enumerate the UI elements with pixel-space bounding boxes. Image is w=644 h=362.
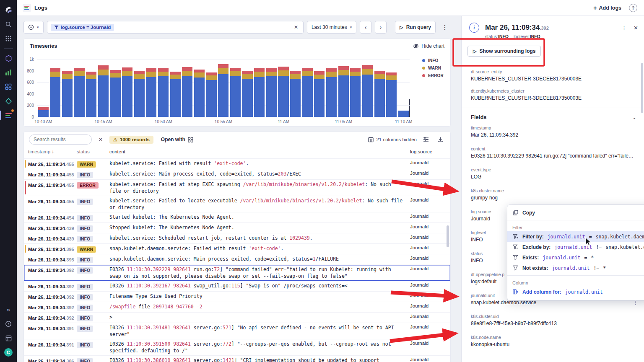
table-row[interactable]: Mar 26, 11:09:34.455ERRORkubelet.service… [24,180,450,196]
chart-bar[interactable] [194,70,205,117]
clear-search-icon[interactable]: ✕ [96,135,105,144]
table-row[interactable]: Mar 26, 11:09:34.392INFO/swapfile file 2… [24,302,450,313]
menu-item[interactable]: Add column for: journald.unit [507,287,644,297]
table-row[interactable]: Mar 26, 11:09:34.455INFOkubelet.service:… [24,169,450,180]
search-icon[interactable] [2,18,15,31]
chart-bar[interactable] [74,68,84,117]
chart-bar[interactable] [254,68,265,117]
query-input[interactable]: log.source = Journald ✕ [47,21,304,34]
info-icon[interactable]: i [469,23,479,33]
table-row[interactable]: Mar 26, 11:09:34.391INFOI0326 11:10:30.3… [24,323,450,339]
chart-bar[interactable] [98,65,109,117]
workspace-icon[interactable] [2,332,15,344]
show-surrounding-logs-button[interactable]: ▷ Show surrounding logs [467,46,541,57]
chart-bar[interactable] [374,71,385,117]
chart-bar[interactable] [122,67,132,117]
table-row[interactable]: Mar 26, 11:09:34.392INFOFilename Type Si… [24,292,450,302]
chart-bar[interactable] [386,72,397,117]
chart-bar[interactable] [314,71,325,117]
table-settings-icon[interactable] [421,134,431,145]
timeseries-plot[interactable] [37,59,410,117]
table-row[interactable]: Mar 26, 11:09:34.392INFOI0326 11:10:30.3… [24,281,450,292]
chart-bar[interactable] [398,111,409,117]
field-row[interactable]: contentE0326 11:10:30.392229 982641 run.… [471,146,636,167]
close-icon[interactable]: ✕ [634,25,638,31]
table-row[interactable]: Mar 26, 11:09:34.455INFOkubelet.service:… [24,196,450,212]
menu-item[interactable]: Exists: journald.unit = * [507,252,644,263]
menu-item[interactable]: Exclude by: journald.unit != snap.kubele… [507,242,644,252]
column-header-content[interactable]: content [106,147,408,156]
apps-grid-icon[interactable] [2,32,15,45]
column-header-status[interactable]: status [75,148,106,155]
help-icon[interactable]: ? [629,4,637,12]
legend-item-warn[interactable]: WARN [422,66,444,70]
collapse-fields-icon[interactable]: ⌄ [632,114,636,120]
table-row[interactable]: Mar 26, 11:09:34.392INFO>Journald [24,313,450,323]
time-next-button[interactable]: › [375,21,387,34]
sidebar-item-logs-app[interactable] [2,109,15,122]
chart-bar[interactable] [302,68,313,117]
column-header-timestamp[interactable]: timestamp ↓ [24,148,75,155]
records-warning-badge[interactable]: ⚠ 1000 records [109,136,153,144]
c-badge-icon[interactable]: C [2,346,15,359]
chart-bar[interactable] [242,71,252,117]
panel-scrollbar[interactable] [641,63,643,113]
menu-item[interactable]: Filter by: journald.unit = snap.kubelet.… [507,231,644,242]
chart-bar[interactable] [266,68,277,117]
table-row[interactable]: Mar 26, 11:09:34.386INFOI0326 11:10:30.3… [24,356,450,362]
sidebar-app-hexagon-icon[interactable] [2,52,15,65]
chart-bar[interactable] [158,68,169,117]
chart-bar[interactable] [290,71,301,117]
legend-item-error[interactable]: ERROR [422,73,444,78]
add-logs-button[interactable]: +Add logs [593,5,621,11]
sidebar-app-grid-icon[interactable] [2,80,15,93]
menu-item-copy[interactable]: Copy [507,207,644,218]
chart-bar[interactable] [134,71,145,117]
chart-bar[interactable] [338,66,349,117]
chart-bar[interactable] [110,70,120,117]
run-query-button[interactable]: ▷ Run query [395,21,436,34]
detail-menu-kebab[interactable]: ⋮ [621,25,627,31]
download-icon[interactable] [435,134,445,145]
attribute-row[interactable]: dt.entity.kubernetes_clusterKUBERNETES_C… [471,88,636,101]
chart-bar[interactable] [206,72,217,117]
chart-bar[interactable] [86,72,96,117]
chart-bar[interactable] [278,67,288,117]
table-row[interactable]: Mar 26, 11:09:34.392INFOE0326 11:10:30.3… [24,265,450,281]
chart-bar[interactable] [146,68,156,117]
filter-pill[interactable]: log.source = Journald [51,24,114,31]
dynatrace-logo[interactable] [2,4,15,16]
table-row[interactable]: Mar 26, 11:09:34.395WARNsnap.kubelet.dae… [24,244,450,254]
table-row[interactable]: Mar 26, 11:09:34.439INFOkubelet.service:… [24,233,450,244]
open-with-button[interactable]: Open with [161,137,193,142]
query-menu-kebab[interactable]: ⋮ [439,21,451,34]
search-results-box[interactable] [29,134,92,145]
sidebar-app-diamond-icon[interactable] [2,95,15,107]
chart-bar[interactable] [182,67,192,117]
field-kebab-icon[interactable]: ⋮ [633,300,638,306]
chart-bar[interactable] [218,64,229,117]
attribute-row[interactable]: dt.source_entityKUBERNETES_CLUSTER-3DECE… [471,69,636,82]
table-row[interactable]: Mar 26, 11:09:34.439INFOStopped kubelet:… [24,223,450,233]
table-row[interactable]: Mar 26, 11:09:34.395INFOsnap.kubelet.dae… [24,254,450,265]
column-header-log-source[interactable]: log.source [408,148,444,155]
chart-bar[interactable] [230,68,241,117]
chart-bar[interactable] [38,107,49,117]
menu-item[interactable]: Not exists: journald.unit != * [507,263,644,273]
time-range-dropdown[interactable]: Last 30 minutes ▾ [307,21,356,34]
chart-bar[interactable] [62,71,73,117]
field-row[interactable]: event.typeLOG [471,167,636,188]
legend-item-info[interactable]: INFO [422,58,444,63]
table-row[interactable]: Mar 26, 11:09:34.391INFOI0326 11:10:30.3… [24,339,450,356]
field-row[interactable]: k8s.cluster.uid88e8f1e8-7fff-45e3-b9b7-b… [471,314,636,335]
filter-mode-dropdown[interactable]: ▾ [23,21,44,34]
search-results-input[interactable] [34,137,87,142]
chart-bar[interactable] [170,72,181,117]
field-row[interactable]: timestampMar 26, 11:09:34.392 [471,125,636,146]
field-row[interactable]: k8s.node.namekkonopka-ubuntu [471,335,636,356]
time-prev-button[interactable]: ‹ [360,21,371,34]
table-row[interactable]: Mar 26, 11:09:34.455WARNkubelet.service:… [24,159,450,169]
feedback-icon[interactable] [2,318,15,330]
columns-hidden-button[interactable]: 21 columns hidden [368,137,417,142]
chart-bar[interactable] [50,68,60,117]
